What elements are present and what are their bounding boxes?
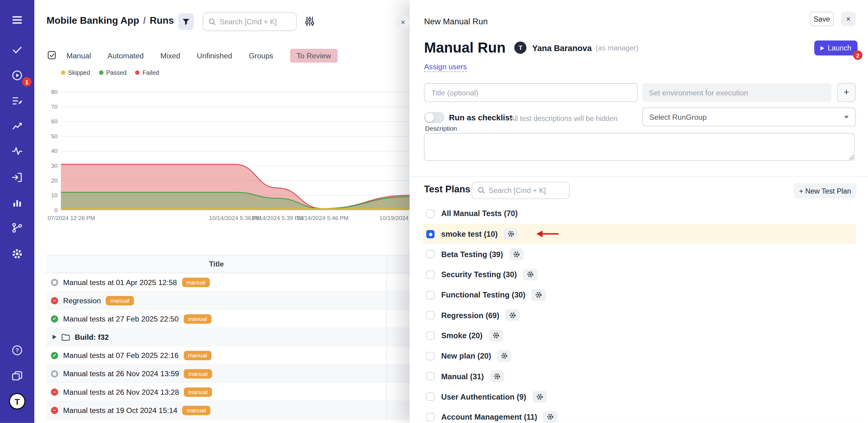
test-plan-settings-button[interactable] [504,228,518,240]
sidebar-avatar[interactable]: T [9,393,26,410]
stats-icon[interactable] [0,120,34,133]
test-plan-label[interactable]: smoke test (10) [441,229,498,238]
run-row[interactable]: –Manual tests at 26 Nov 2024 13:28manual [46,383,424,401]
test-plan-checkbox[interactable] [426,271,434,279]
reports-icon[interactable] [0,197,34,209]
tab-to-review[interactable]: To Review [290,49,338,63]
test-plan-checkbox[interactable] [426,230,434,238]
test-plan-settings-button[interactable] [505,309,520,321]
test-plan-label[interactable]: Smoke (20) [441,331,483,340]
run-row[interactable]: Manual tests at 01 Apr 2025 12:58manual [46,273,424,291]
test-plan-settings-button[interactable] [509,249,524,260]
test-plan-row[interactable]: All Manual Tests (70) [423,203,856,224]
tab-mixed[interactable]: Mixed [160,52,180,60]
test-plan-label[interactable]: Account Management (11) [441,412,537,421]
filter-button[interactable] [178,13,194,30]
test-plan-settings-button[interactable] [489,330,503,341]
run-title[interactable]: Regression [63,296,101,305]
page-title: Manual Run [424,39,506,57]
run-group-row[interactable]: Build: f32 [46,328,424,346]
test-plan-label[interactable]: Security Testing (30) [441,270,517,279]
git-branch-icon[interactable] [0,222,34,234]
run-title[interactable]: Manual tests at 26 Nov 2024 13:28 [63,388,179,396]
test-plan-row[interactable]: Regression (69) [423,305,856,326]
test-plan-label[interactable]: Manual (31) [441,372,484,381]
breadcrumb-project[interactable]: Mobile Banking App [46,15,139,26]
test-plan-settings-button[interactable] [490,370,504,382]
select-runs-icon[interactable] [48,51,57,62]
settings-icon[interactable] [0,248,34,260]
filter-settings-button[interactable] [304,17,314,28]
runs-panel-close-button[interactable]: × [396,16,410,29]
new-test-plan-button[interactable]: + New Test Plan [794,183,857,198]
run-row[interactable]: ✓Manual tests at 07 Feb 2025 22:16manual [46,346,424,365]
close-button[interactable]: × [841,11,856,26]
test-plan-row[interactable]: Smoke (20) [423,326,856,346]
run-row[interactable]: –Manual tests at 19 Oct 2024 15:14manual [46,401,424,420]
run-title[interactable]: Manual tests at 01 Apr 2025 12:58 [63,278,177,286]
test-plan-row[interactable]: Account Management (11) [423,407,856,423]
assign-users-link[interactable]: Assign users [424,63,467,72]
test-plan-checkbox[interactable] [426,311,434,319]
test-plan-checkbox[interactable] [426,392,434,400]
test-plan-label[interactable]: Regression (69) [441,311,500,320]
runs-icon[interactable] [0,95,34,107]
run-title[interactable]: Manual tests at 19 Oct 2024 15:14 [63,406,177,414]
test-plan-settings-button[interactable] [543,411,558,423]
run-group-title[interactable]: Build: f32 [75,333,108,341]
sign-in-icon[interactable] [0,171,34,184]
tab-groups[interactable]: Groups [249,52,274,60]
test-plan-checkbox[interactable] [426,332,434,340]
environment-input[interactable] [642,83,832,102]
test-plan-label[interactable]: All Manual Tests (70) [441,209,518,218]
search-icon [478,187,485,194]
run-row[interactable]: –Regressionmanual [46,291,424,310]
test-plans-search[interactable] [472,182,570,199]
test-plan-row[interactable]: Functional Testing (30) [423,285,856,305]
help-icon[interactable]: ? [0,344,34,357]
test-plans-search-input[interactable] [489,186,561,195]
test-plan-row[interactable]: Manual (31) [423,366,856,387]
rungroup-select[interactable]: Select RunGroup [642,108,856,126]
test-plan-checkbox[interactable] [426,352,434,360]
run-title[interactable]: Manual tests at 27 Feb 2025 22:50 [63,314,179,323]
test-plan-label[interactable]: Beta Testing (39) [441,250,503,259]
test-plan-checkbox[interactable] [426,413,434,421]
check-icon[interactable] [0,44,34,56]
test-plan-label[interactable]: Functional Testing (30) [441,290,526,299]
test-plan-row[interactable]: smoke test (10) [423,224,856,244]
run-title[interactable]: Manual tests at 07 Feb 2025 22:16 [63,351,179,359]
test-plan-row[interactable]: Security Testing (30) [423,264,856,285]
test-plan-settings-button[interactable] [497,350,512,362]
tab-unfinished[interactable]: Unfinished [197,52,232,60]
run-row[interactable]: ✓Manual tests at 27 Feb 2025 22:50manual [46,310,424,328]
expand-caret-icon[interactable] [53,335,57,339]
run-row[interactable]: Manual tests at 26 Nov 2024 13:59manual [46,365,424,383]
test-plan-settings-button[interactable] [532,391,547,402]
title-input[interactable] [424,83,638,102]
description-textarea[interactable] [424,133,855,161]
test-plan-label[interactable]: User Authentication (9) [441,392,526,401]
projects-icon[interactable] [0,370,34,382]
save-button[interactable]: Save [810,11,833,26]
test-plan-row[interactable]: New plan (20) [423,346,856,366]
run-title[interactable]: Manual tests at 26 Nov 2024 13:59 [63,369,179,378]
test-plan-row[interactable]: Beta Testing (39) [423,244,856,264]
runs-search-input[interactable] [220,17,286,26]
tab-automated[interactable]: Automated [107,52,144,60]
run-as-checklist-toggle[interactable] [424,112,444,123]
tab-manual[interactable]: Manual [66,52,91,60]
test-plan-checkbox[interactable] [426,250,434,258]
add-environment-button[interactable]: + [837,83,856,102]
runs-search[interactable] [203,12,297,31]
test-plan-settings-button[interactable] [523,269,537,280]
activity-icon[interactable] [0,145,34,158]
test-plan-label[interactable]: New plan (20) [441,351,491,360]
test-plan-checkbox[interactable] [426,372,434,380]
launch-button[interactable]: Launch [814,40,857,55]
test-plan-settings-button[interactable] [531,289,546,301]
test-plan-checkbox[interactable] [426,209,434,218]
menu-icon[interactable] [0,14,34,26]
test-plan-row[interactable]: User Authentication (9) [423,387,856,407]
test-plan-checkbox[interactable] [426,291,434,299]
